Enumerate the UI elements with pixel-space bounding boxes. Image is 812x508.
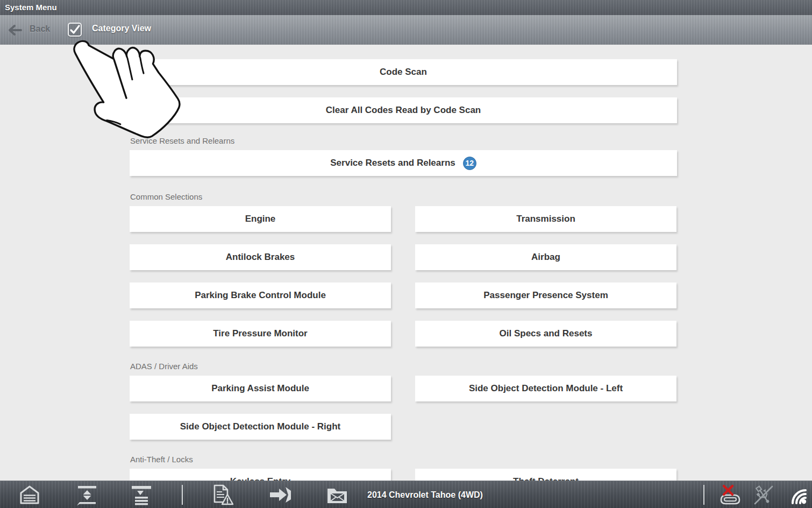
airbag-button[interactable]: Airbag <box>415 244 676 270</box>
back-button[interactable]: Back <box>30 24 50 34</box>
service-resets-button-label: Service Resets and Relearns <box>330 158 455 168</box>
parking-brake-control-module-button[interactable]: Parking Brake Control Module <box>130 283 391 308</box>
back-arrow-icon[interactable] <box>7 24 24 36</box>
section-label-anti-theft: Anti-Theft / Locks <box>130 455 507 464</box>
diagnostic-codes-icon[interactable] <box>210 484 234 506</box>
wifi-connected-icon <box>786 484 810 506</box>
service-resets-button[interactable]: Service Resets and Relearns 12 <box>130 150 677 176</box>
fast-track-icon[interactable] <box>268 484 291 506</box>
scan-module-error-icon <box>717 484 741 506</box>
usb-disconnected-icon <box>752 484 775 506</box>
tire-pressure-monitor-button[interactable]: Tire Pressure Monitor <box>130 321 391 347</box>
status-bar-divider <box>703 485 704 505</box>
sort-list-icon[interactable] <box>130 484 153 506</box>
engine-button[interactable]: Engine <box>130 206 391 232</box>
parking-assist-module-button[interactable]: Parking Assist Module <box>130 376 391 401</box>
hand-pointer-graphic <box>56 37 207 152</box>
count-badge: 12 <box>463 157 476 170</box>
title-bar: System Menu <box>0 0 812 15</box>
clear-all-codes-button[interactable]: Clear All Codes Read by Code Scan <box>130 97 677 123</box>
nav-toolbar: Back Category View <box>0 15 812 45</box>
oil-specs-and-resets-button[interactable]: Oil Specs and Resets <box>415 321 676 347</box>
side-object-left-button[interactable]: Side Object Detection Module - Left <box>415 376 676 401</box>
data-expand-icon[interactable] <box>75 484 99 506</box>
section-label-service-resets: Service Resets and Relearns <box>130 136 507 146</box>
passenger-presence-system-button[interactable]: Passenger Presence System <box>415 283 676 308</box>
category-view-checkbox[interactable] <box>68 23 82 37</box>
code-scan-button[interactable]: Code Scan <box>130 59 677 85</box>
section-label-common-selections: Common Selections <box>130 192 507 202</box>
antilock-brakes-button[interactable]: Antilock Brakes <box>130 244 391 270</box>
system-menu-screen: { "title_bar": { "title": "System Menu" … <box>0 0 812 508</box>
section-label-adas: ADAS / Driver Aids <box>130 362 507 371</box>
vehicle-records-icon[interactable] <box>325 484 349 506</box>
garage-home-icon[interactable] <box>18 484 41 506</box>
transmission-button[interactable]: Transmission <box>415 206 676 232</box>
status-bar: 2014 Chevrolet Tahoe (4WD) <box>0 481 812 508</box>
page-title: System Menu <box>5 3 57 12</box>
side-object-right-button[interactable]: Side Object Detection Module - Right <box>130 414 391 440</box>
vehicle-label: 2014 Chevrolet Tahoe (4WD) <box>367 481 483 508</box>
category-view-label: Category View <box>92 24 151 33</box>
status-bar-divider <box>182 485 183 505</box>
checkmark-icon <box>69 24 81 36</box>
